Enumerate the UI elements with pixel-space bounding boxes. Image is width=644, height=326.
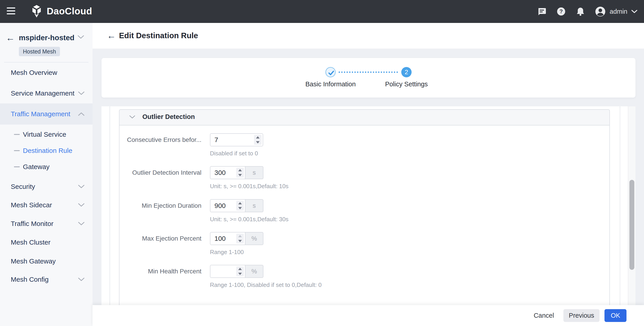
sidebar-item-mesh-overview[interactable]: Mesh Overview bbox=[0, 65, 92, 80]
step-basic-information[interactable] bbox=[325, 67, 336, 77]
spinner-down-icon[interactable] bbox=[236, 239, 244, 243]
field-helper: Range 1-100 bbox=[210, 249, 244, 256]
max-ejection-percent-input-group: % bbox=[210, 232, 264, 245]
help-icon[interactable]: ? bbox=[556, 7, 566, 16]
field-label-min-health-percent: Min Health Percent bbox=[115, 267, 202, 276]
sidebar-item-security[interactable]: Security bbox=[0, 180, 92, 194]
brand[interactable]: DaoCloud bbox=[30, 5, 92, 18]
app-root: DaoCloud ? bbox=[0, 0, 644, 326]
number-spinner bbox=[254, 135, 262, 145]
sidebar-item-mesh-sidecar[interactable]: Mesh Sidecar bbox=[0, 198, 92, 212]
min-health-percent-input-group: % bbox=[210, 265, 264, 278]
spinner-down-icon[interactable] bbox=[254, 140, 262, 145]
chevron-down-icon bbox=[78, 203, 84, 207]
spinner-down-icon[interactable] bbox=[236, 173, 244, 178]
workspace-chevron-icon[interactable] bbox=[78, 35, 84, 39]
unit-addon: % bbox=[246, 232, 264, 245]
sidebar-item-gateway[interactable]: Gateway bbox=[0, 160, 92, 174]
stepper-connector bbox=[338, 72, 398, 73]
workspace-selector: ← mspider-hosted bbox=[0, 32, 92, 44]
field-helper: Disabled if set to 0 bbox=[210, 150, 258, 157]
chevron-up-icon bbox=[78, 112, 84, 116]
field-helper: Unit: s, >= 0.001s,Default: 30s bbox=[210, 216, 288, 223]
footer-bar: Cancel Previous OK bbox=[92, 305, 644, 326]
sidebar-divider bbox=[4, 62, 88, 63]
field-label-consecutive-errors: Consecutive Errors befor... bbox=[115, 135, 202, 144]
sidebar-item-virtual-service[interactable]: Virtual Service bbox=[0, 127, 92, 142]
menu-icon[interactable] bbox=[7, 8, 15, 16]
number-spinner bbox=[236, 234, 244, 243]
chevron-down-icon bbox=[78, 222, 84, 226]
spinner-up-icon[interactable] bbox=[254, 135, 262, 140]
number-spinner bbox=[236, 266, 244, 276]
sidebar-item-mesh-config[interactable]: Mesh Config bbox=[0, 272, 92, 287]
outlier-detection-header[interactable]: Outlier Detection bbox=[120, 110, 610, 125]
unit-addon: s bbox=[246, 166, 264, 179]
panel-left-hairline bbox=[110, 106, 110, 305]
dash-icon bbox=[14, 150, 20, 151]
spinner-down-icon[interactable] bbox=[236, 271, 244, 276]
ok-button[interactable]: OK bbox=[604, 309, 626, 322]
field-label-max-ejection-percent: Max Ejection Percent bbox=[115, 234, 202, 243]
panel-right-hairline bbox=[620, 106, 620, 305]
chevron-down-icon bbox=[78, 91, 84, 95]
sidebar-item-destination-rule[interactable]: Destination Rule bbox=[0, 143, 92, 158]
previous-button[interactable]: Previous bbox=[564, 309, 600, 322]
number-spinner bbox=[236, 168, 244, 178]
page-back-icon[interactable]: ← bbox=[107, 30, 116, 41]
consecutive-errors-input-group bbox=[210, 133, 263, 146]
sidebar-item-service-management[interactable]: Service Management bbox=[0, 86, 92, 100]
user-avatar bbox=[595, 6, 606, 17]
workspace-name[interactable]: mspider-hosted bbox=[19, 32, 74, 43]
stepper-card: 2 Basic Information Policy Settings bbox=[102, 58, 636, 98]
scrollbar-thumb[interactable] bbox=[630, 180, 634, 270]
user-menu[interactable]: admin bbox=[595, 6, 637, 17]
brand-name: DaoCloud bbox=[47, 6, 92, 17]
field-label-outlier-detection-interval: Outlier Detection Interval bbox=[115, 168, 202, 177]
workspace-back-icon[interactable]: ← bbox=[6, 32, 15, 43]
notification-icon[interactable] bbox=[576, 7, 585, 16]
form-panel: Outlier Detection Consecutive Errors bef… bbox=[102, 106, 636, 305]
sidebar-item-mesh-cluster[interactable]: Mesh Cluster bbox=[0, 235, 92, 250]
step-label-policy-settings: Policy Settings bbox=[366, 80, 447, 88]
step-label-basic-information: Basic Information bbox=[290, 80, 371, 88]
dash-icon bbox=[14, 166, 20, 167]
field-label-min-ejection-duration: Min Ejection Duration bbox=[115, 201, 202, 210]
spinner-up-icon[interactable] bbox=[236, 201, 244, 206]
top-bar: DaoCloud ? bbox=[0, 0, 644, 23]
cancel-button[interactable]: Cancel bbox=[532, 309, 556, 322]
mesh-type-badge: Hosted Mesh bbox=[19, 47, 60, 56]
field-helper: Range 1-100, Disabled if set to 0,Defaul… bbox=[210, 281, 322, 288]
spinner-up-icon[interactable] bbox=[236, 168, 244, 173]
user-name: admin bbox=[610, 8, 628, 15]
spinner-down-icon[interactable] bbox=[236, 206, 244, 211]
topbar-actions: ? admin bbox=[537, 0, 637, 23]
section-title: Outlier Detection bbox=[142, 113, 195, 120]
sidebar-item-traffic-management[interactable]: Traffic Management bbox=[0, 103, 92, 124]
step-policy-settings[interactable]: 2 bbox=[401, 67, 412, 77]
message-icon[interactable] bbox=[537, 7, 546, 16]
sidebar-item-traffic-monitor[interactable]: Traffic Monitor bbox=[0, 217, 92, 231]
chevron-down-icon bbox=[78, 277, 84, 281]
sidebar: ← mspider-hosted Hosted Mesh Mesh Overvi… bbox=[0, 23, 92, 326]
page-title: Edit Destination Rule bbox=[119, 30, 198, 41]
scrollbar-track[interactable] bbox=[628, 106, 636, 305]
page-header: ← Edit Destination Rule bbox=[92, 23, 644, 49]
unit-addon: % bbox=[246, 265, 264, 278]
outlier-detection-interval-input-group: s bbox=[210, 166, 264, 179]
sidebar-item-mesh-gateway[interactable]: Mesh Gateway bbox=[0, 254, 92, 268]
number-spinner bbox=[236, 201, 244, 211]
svg-text:?: ? bbox=[560, 8, 563, 14]
user-menu-chevron-icon bbox=[632, 10, 637, 13]
min-ejection-duration-input-group: s bbox=[210, 199, 264, 212]
dash-icon bbox=[14, 134, 20, 135]
field-helper: Unit: s, >= 0.001s,Default: 10s bbox=[210, 183, 288, 190]
spinner-up-icon[interactable] bbox=[236, 266, 244, 271]
chevron-down-icon bbox=[78, 185, 84, 189]
spinner-up-icon[interactable] bbox=[236, 234, 244, 239]
daocloud-logo-icon bbox=[30, 5, 43, 18]
main-area: ← Edit Destination Rule 2 Basic Informat… bbox=[92, 23, 644, 326]
unit-addon: s bbox=[246, 199, 264, 212]
section-chevron-down-icon bbox=[129, 115, 135, 119]
